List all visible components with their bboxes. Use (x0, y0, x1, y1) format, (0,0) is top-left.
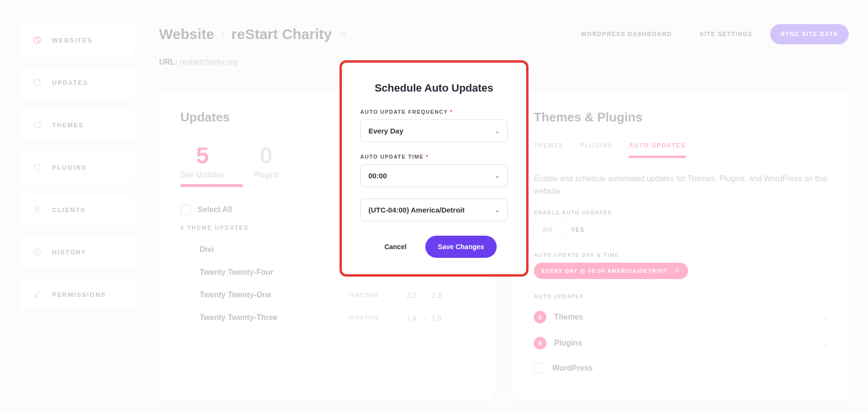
schedule-modal: Schedule Auto Updates AUTO UPDATE FREQUE… (342, 63, 526, 274)
save-button[interactable]: Save Changes (425, 236, 497, 258)
timezone-select[interactable]: (UTC-04:00) America/Detroit ⌄ (360, 199, 508, 221)
chevron-down-icon: ⌄ (495, 128, 500, 134)
timezone-value: (UTC-04:00) America/Detroit (368, 206, 465, 214)
frequency-select[interactable]: Every Day ⌄ (360, 120, 508, 142)
time-value: 00:00 (368, 172, 387, 180)
chevron-down-icon: ⌄ (495, 173, 500, 179)
modal-highlight-border: Schedule Auto Updates AUTO UPDATE FREQUE… (339, 60, 529, 277)
modal-wrapper: Schedule Auto Updates AUTO UPDATE FREQUE… (0, 0, 868, 413)
modal-buttons: Cancel Save Changes (360, 236, 508, 258)
frequency-value: Every Day (368, 127, 404, 135)
modal-title: Schedule Auto Updates (360, 82, 508, 94)
frequency-field: AUTO UPDATE FREQUENCY * Every Day ⌄ (360, 109, 508, 142)
time-select[interactable]: 00:00 ⌄ (360, 164, 508, 187)
time-label: AUTO UPDATE TIME * (360, 154, 508, 160)
time-field: AUTO UPDATE TIME * 00:00 ⌄ (360, 154, 508, 187)
timezone-field: (UTC-04:00) America/Detroit ⌄ (360, 199, 508, 221)
frequency-label: AUTO UPDATE FREQUENCY * (360, 109, 508, 115)
cancel-button[interactable]: Cancel (371, 236, 420, 258)
chevron-down-icon: ⌄ (495, 207, 500, 213)
